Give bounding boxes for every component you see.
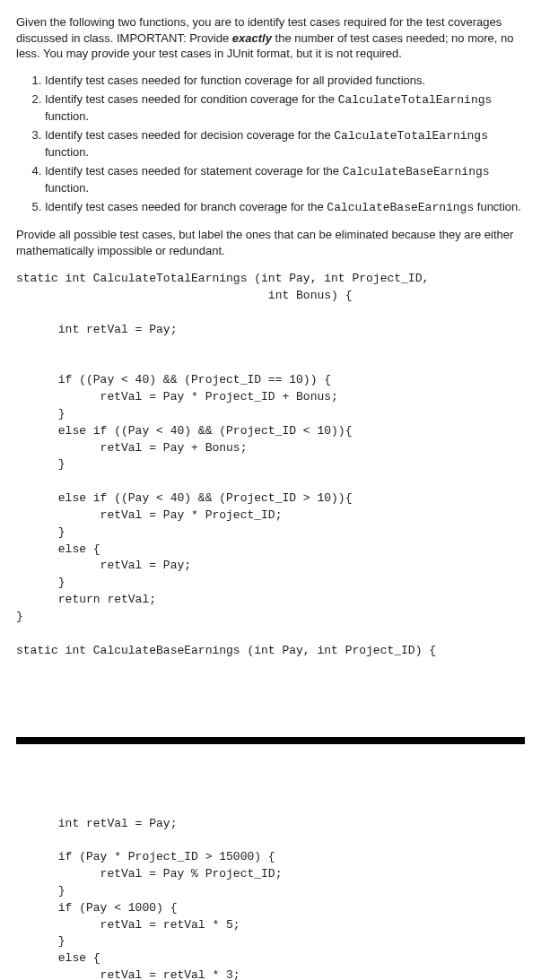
task-3-text-b: function.: [45, 145, 89, 159]
task-item-5: Identify test cases needed for branch co…: [45, 199, 525, 216]
page-divider: [16, 737, 525, 744]
code-block-2: int retVal = Pay; if (Pay * Project_ID >…: [16, 816, 525, 980]
task-item-1: Identify test cases needed for function …: [45, 73, 525, 89]
task-3-code: CalculateTotalEarnings: [334, 129, 488, 143]
task-item-3: Identify test cases needed for decision …: [45, 127, 525, 160]
task-1-text: Identify test cases needed for function …: [45, 74, 425, 87]
intro-paragraph: Given the following two functions, you a…: [16, 14, 525, 62]
task-2-text-b: function.: [45, 109, 89, 123]
task-4-text-a: Identify test cases needed for statement…: [45, 164, 343, 178]
task-2-code: CalculateTotalEarnings: [338, 93, 493, 107]
intro-emphasis: exactly: [232, 31, 272, 45]
instruction-paragraph: Provide all possible test cases, but lab…: [16, 227, 525, 258]
task-5-text-a: Identify test cases needed for branch co…: [45, 200, 327, 213]
task-5-text-b: function.: [474, 200, 521, 213]
task-item-4: Identify test cases needed for statement…: [45, 163, 525, 195]
task-5-code: CalculateBaseEarnings: [327, 201, 474, 214]
task-3-text-a: Identify test cases needed for decision …: [45, 128, 334, 142]
task-2-text-a: Identify test cases needed for condition…: [45, 92, 338, 106]
task-item-2: Identify test cases needed for condition…: [45, 91, 525, 124]
task-4-text-b: function.: [45, 181, 89, 195]
task-list: Identify test cases needed for function …: [16, 73, 525, 216]
code-block-1: static int CalculateTotalEarnings (int P…: [16, 271, 525, 659]
task-4-code: CalculateBaseEarnings: [343, 165, 490, 178]
spacer: [16, 667, 525, 721]
